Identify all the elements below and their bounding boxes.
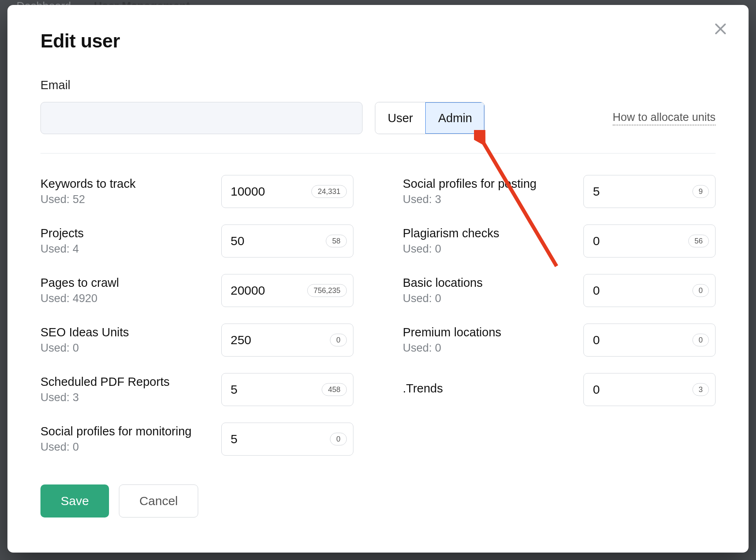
limit-row: Basic locationsUsed: 00: [403, 274, 716, 307]
limit-name: Social profiles for monitoring: [40, 425, 209, 438]
limit-input-wrap: 0: [583, 324, 716, 357]
limit-labels: Social profiles for monitoringUsed: 0: [40, 425, 209, 454]
limit-input-wrap: 0: [583, 274, 716, 307]
role-toggle: User Admin: [375, 102, 485, 134]
limit-name: Scheduled PDF Reports: [40, 375, 209, 389]
limit-row: Scheduled PDF ReportsUsed: 3458: [40, 373, 353, 406]
limit-row: Premium locationsUsed: 00: [403, 324, 716, 357]
limit-available-badge: 0: [692, 334, 709, 347]
limit-available-badge: 24,331: [311, 185, 346, 198]
limit-labels: .Trends: [403, 382, 571, 398]
how-to-allocate-link[interactable]: How to allocate units: [613, 111, 716, 125]
limits-grid: Keywords to trackUsed: 5224,331Social pr…: [40, 175, 716, 456]
limit-input-wrap: 3: [583, 373, 716, 406]
divider: [40, 153, 716, 154]
close-button[interactable]: [711, 19, 730, 39]
limit-used: Used: 0: [403, 243, 571, 255]
modal-title: Edit user: [40, 30, 716, 52]
limit-used: Used: 4920: [40, 292, 209, 305]
limit-available-badge: 0: [330, 433, 346, 446]
limit-labels: Premium locationsUsed: 0: [403, 326, 571, 354]
limit-used: Used: 0: [40, 441, 209, 454]
limit-labels: Pages to crawlUsed: 4920: [40, 276, 209, 305]
limit-used: Used: 3: [40, 391, 209, 404]
limit-labels: Scheduled PDF ReportsUsed: 3: [40, 375, 209, 404]
limit-row: Keywords to trackUsed: 5224,331: [40, 175, 353, 208]
limit-name: .Trends: [403, 382, 571, 395]
limit-input-wrap: 0: [221, 324, 353, 357]
limit-available-badge: 3: [692, 383, 709, 396]
limit-name: Projects: [40, 227, 209, 240]
limit-name: Social profiles for posting: [403, 177, 571, 191]
limit-name: Keywords to track: [40, 177, 209, 191]
email-label: Email: [40, 78, 716, 92]
limit-row: Pages to crawlUsed: 4920756,235: [40, 274, 353, 307]
email-and-role-row: User Admin How to allocate units: [40, 102, 716, 134]
limit-used: Used: 0: [403, 342, 571, 354]
limit-input-wrap: 0: [221, 423, 353, 456]
limit-input-wrap: 458: [221, 373, 353, 406]
limit-labels: ProjectsUsed: 4: [40, 227, 209, 255]
cancel-button[interactable]: Cancel: [119, 484, 198, 517]
limit-row: Plagiarism checksUsed: 056: [403, 224, 716, 258]
limit-labels: Keywords to trackUsed: 52: [40, 177, 209, 206]
limit-input-wrap: 9: [583, 175, 716, 208]
limit-used: Used: 4: [40, 243, 209, 255]
role-admin-button[interactable]: Admin: [425, 102, 484, 134]
limit-used: Used: 52: [40, 193, 209, 206]
email-field[interactable]: [40, 102, 363, 134]
limit-input-wrap: 56: [583, 224, 716, 258]
limit-available-badge: 0: [330, 334, 346, 347]
limit-used: Used: 3: [403, 193, 571, 206]
limit-available-badge: 58: [326, 235, 346, 248]
limit-labels: Basic locationsUsed: 0: [403, 276, 571, 305]
limit-labels: Plagiarism checksUsed: 0: [403, 227, 571, 255]
limit-name: Pages to crawl: [40, 276, 209, 290]
limit-input-wrap: 756,235: [221, 274, 353, 307]
limit-input-wrap: 58: [221, 224, 353, 258]
limit-row: Social profiles for monitoringUsed: 00: [40, 423, 353, 456]
limit-available-badge: 9: [692, 185, 709, 198]
limit-name: Plagiarism checks: [403, 227, 571, 240]
limit-labels: SEO Ideas UnitsUsed: 0: [40, 326, 209, 354]
limit-used: Used: 0: [40, 342, 209, 354]
limit-name: SEO Ideas Units: [40, 326, 209, 339]
limit-input-wrap: 24,331: [221, 175, 353, 208]
limit-row: ProjectsUsed: 458: [40, 224, 353, 258]
role-user-button[interactable]: User: [375, 102, 425, 134]
modal-actions: Save Cancel: [40, 484, 716, 517]
limit-available-badge: 56: [688, 235, 709, 248]
close-icon: [713, 21, 728, 37]
edit-user-modal: Edit user Email User Admin How to alloca…: [7, 5, 749, 553]
limit-available-badge: 756,235: [307, 284, 346, 297]
limit-row: SEO Ideas UnitsUsed: 00: [40, 324, 353, 357]
limit-row: Social profiles for postingUsed: 39: [403, 175, 716, 208]
limit-name: Premium locations: [403, 326, 571, 339]
limit-row: .Trends3: [403, 373, 716, 406]
limit-labels: Social profiles for postingUsed: 3: [403, 177, 571, 206]
limit-available-badge: 458: [322, 383, 346, 396]
save-button[interactable]: Save: [40, 484, 109, 517]
limit-used: Used: 0: [403, 292, 571, 305]
limit-name: Basic locations: [403, 276, 571, 290]
limit-available-badge: 0: [692, 284, 709, 297]
